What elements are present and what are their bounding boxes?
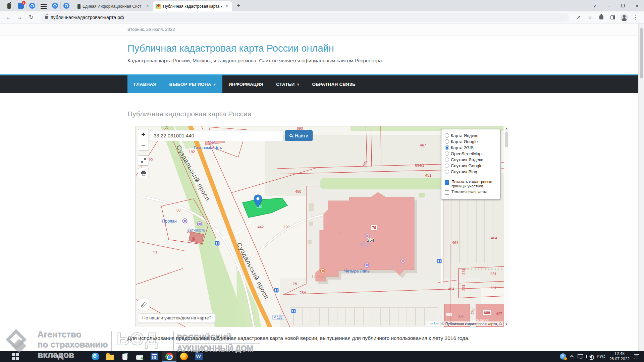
map-label: 58 [176,208,180,212]
taskbar-apps [88,351,206,362]
layer-option[interactable]: OpenStreetMap [445,151,497,156]
layer-label: Карта Яндекс [451,133,478,138]
pinned-tab[interactable] [60,2,72,9]
taskbar-word[interactable] [191,351,206,362]
scroll-up-icon[interactable]: ▲ [504,126,509,131]
window-menu-chevron-icon[interactable]: ∨ [588,0,602,11]
minimize-button[interactable]: – [602,0,616,11]
layer-option[interactable]: Карта 2GIS [445,145,497,150]
pinned-tab[interactable]: 1 [15,2,26,9]
edge-icon [92,353,99,360]
map-label: 467 [420,143,426,147]
overlay-option[interactable]: ✓Показать кадастровые границы участков [445,180,497,188]
checkbox-icon[interactable] [445,190,449,195]
zoom-in-button[interactable]: + [138,129,149,140]
find-button[interactable]: Найти [285,130,313,141]
extensions-icon[interactable] [597,13,606,22]
pinned-tabs: 1 [0,0,72,11]
browser-menu-icon[interactable]: ⋮ [631,13,640,22]
checkbox-icon[interactable]: ✓ [445,180,449,185]
map-search: Найти [150,130,313,141]
page-scrollbar-thumb[interactable] [640,28,643,78]
taskbar-printer[interactable] [132,351,147,362]
browser-tab[interactable]: Единая Информационная Сист× [74,1,153,11]
radio-icon[interactable] [445,158,449,162]
scroll-down-icon[interactable]: ▼ [504,322,509,327]
back-button[interactable]: ← [4,13,13,22]
zoom-out-button[interactable]: − [138,140,149,150]
cadastral-map[interactable]: 690467691694/14514501929058ПропанТатнефт… [136,126,504,327]
profile-avatar[interactable] [620,13,629,22]
taskbar-folder[interactable] [103,351,117,362]
radio-icon[interactable] [445,164,449,168]
not-found-button[interactable]: Не нашли участок/дом на карте? [138,313,216,323]
leaflet-link[interactable]: Leaflet [427,322,438,326]
clock[interactable]: 12:4826.07.2022 [609,351,630,362]
map-label: 231 [462,285,466,291]
pinned-tab[interactable] [38,2,49,9]
map-label: Р-132 [272,315,284,320]
layer-option[interactable]: Спутник Google [445,163,497,168]
notifications-icon[interactable] [634,354,639,359]
layer-option[interactable]: Спутник Яндекс [445,157,497,162]
pinned-tab[interactable] [49,2,60,9]
page-scrollbar[interactable] [638,23,644,351]
new-tab-button[interactable]: + [234,1,243,10]
pinned-tab[interactable] [26,2,38,9]
layer-option[interactable]: Карта Google [445,139,497,144]
restore-button[interactable] [616,0,630,11]
nav-item-статьи[interactable]: СТАТЬИ∨ [270,75,306,93]
radio-icon[interactable] [445,145,449,150]
map-scrollbar-thumb[interactable] [505,132,508,147]
layer-option[interactable]: Спутник Bing [445,169,497,174]
nav-item-главная[interactable]: ГЛАВНАЯ [127,75,163,93]
overlay-option[interactable]: Тематическая карта [445,190,497,195]
taskbar-firefox[interactable] [176,351,191,362]
site-title[interactable]: Публичная кадастровая карта России онлай… [127,43,334,54]
reload-button[interactable]: ↻ [27,13,36,22]
taskbar-search-icon[interactable] [57,354,63,360]
help-icon[interactable]: ? [560,353,566,360]
forward-button[interactable]: → [15,13,24,22]
map-label: Суздальский просп. [235,241,271,302]
nav-item-обратная-связь[interactable]: ОБРАТНАЯ СВЯЗЬ [306,75,362,93]
tab-close-icon[interactable]: × [145,4,150,9]
fullscreen-button[interactable] [138,155,149,166]
map-label: 689 [483,310,491,315]
layer-option[interactable]: Карта Яндекс [445,133,497,138]
measure-button[interactable] [138,299,149,310]
browser-tab[interactable]: Публичная кадастровая карта Р× [153,1,232,11]
sidebar-icon [610,15,615,19]
radio-icon[interactable] [445,152,449,156]
screen: 1 Единая Информационная Сист×Публичная к… [0,0,644,362]
map-scrollbar[interactable]: ▲ ▼ [504,126,509,327]
volume-icon[interactable] [587,355,592,359]
taskbar-calc[interactable] [147,351,162,362]
print-button[interactable] [138,168,149,178]
radio-icon[interactable] [445,170,449,174]
tabs-container: Единая Информационная Сист×Публичная кад… [74,0,232,11]
network-icon[interactable] [578,354,583,358]
taskbar-jug[interactable] [117,351,132,362]
nav-item-информация[interactable]: ИНФОРМАЦИЯ [222,75,270,93]
tab-close-icon[interactable]: × [224,4,229,9]
close-button[interactable]: × [630,0,644,11]
taskbar-chrome[interactable] [162,351,176,362]
radio-icon[interactable] [445,133,449,138]
browser-toolbar: ← → ↻ публичная-кадастровая-карта.рф ↗ ☆… [0,11,644,23]
start-button-icon[interactable] [12,353,19,360]
tab-title: Публичная кадастровая карта Р [163,4,222,9]
road-sign-icon [437,259,442,263]
address-bar[interactable]: публичная-кадастровая-карта.рф [41,13,569,22]
language-indicator[interactable]: РУС [597,354,605,359]
firefox-icon [180,353,188,360]
nav-item-выбор-региона[interactable]: ВЫБОР РЕГИОНА∨ [163,75,222,93]
taskbar-edge[interactable] [88,351,103,362]
radio-icon[interactable] [445,139,449,144]
pinned-tab[interactable] [3,2,15,9]
bookmark-star-icon[interactable]: ☆ [586,13,594,22]
map-search-input[interactable] [150,130,283,141]
side-panel-icon[interactable] [608,13,617,22]
tray-expand-icon[interactable] [570,355,574,359]
share-icon[interactable]: ↗ [574,13,583,22]
